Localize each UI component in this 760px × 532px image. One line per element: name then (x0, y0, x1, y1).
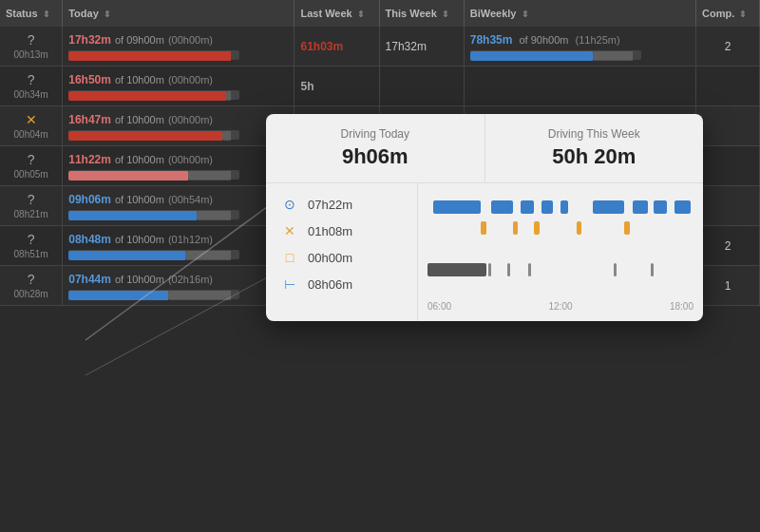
today-cell: 09h06mof 10h00m(00h54m) (63, 186, 294, 226)
timeline-rows (428, 193, 694, 297)
status-sub: 08h21m (6, 209, 56, 219)
lastweek-cell: 61h03m (294, 27, 379, 66)
biweekly-cell: 78h35m of 90h00m (11h25m) (464, 27, 695, 66)
comp-cell: 1 (695, 266, 759, 306)
table-header: Status ⇕ Today ⇕ Last Week ⇕ This Week ⇕… (0, 0, 760, 27)
today-bar-container (68, 170, 239, 180)
col-today[interactable]: Today ⇕ (63, 0, 294, 27)
today-main: 11h22m (68, 153, 111, 166)
today-extra: (00h00m) (168, 114, 213, 125)
status-icon: ? (28, 152, 35, 167)
status-sub: 00h05m (6, 169, 56, 180)
tl-seg (534, 221, 540, 235)
comp-cell (695, 106, 759, 146)
today-main: 16h47m (68, 113, 111, 126)
status-cell: ?08h51m (0, 226, 63, 266)
today-sub: of 10h00m (115, 114, 164, 125)
status-icon: ? (28, 272, 35, 287)
tl-label-1: 12:00 (548, 301, 572, 312)
legend-value-work: 01h08m (308, 224, 352, 238)
tl-seg (614, 263, 617, 276)
thisweek-cell: 17h32m (379, 27, 464, 66)
today-bar-container (68, 90, 239, 100)
today-bar-overflow (226, 91, 231, 101)
driving-week-value: 50h 20m (501, 144, 689, 169)
col-this-week[interactable]: This Week ⇕ (379, 0, 464, 27)
col-comp[interactable]: Comp. ⇕ (695, 0, 759, 27)
today-main: 09h06m (68, 193, 111, 206)
comp-cell: 2 (695, 226, 759, 266)
today-cell: 17h32mof 09h00m(00h00m) (63, 27, 294, 66)
thisweek-cell (379, 66, 464, 106)
tl-seg (521, 200, 534, 214)
today-bar-fill (68, 211, 197, 220)
today-bar-fill (68, 251, 184, 260)
today-main: 16h50m (68, 73, 111, 86)
legend-value-available: 00h00m (308, 251, 352, 265)
today-sub: of 09h00m (115, 34, 164, 46)
today-sub: of 10h00m (115, 74, 164, 86)
col-today-label: Today (68, 8, 99, 19)
today-extra: (00h00m) (168, 34, 213, 46)
today-bar-fill (68, 171, 188, 180)
today-bar-overflow (168, 291, 232, 300)
status-cell: ?00h13m (0, 27, 63, 66)
today-bar-overflow (185, 251, 232, 260)
status-sub: 08h51m (6, 249, 56, 259)
timeline-row-work (428, 221, 694, 235)
tl-seg (491, 200, 512, 214)
today-sub: of 10h00m (115, 154, 164, 165)
popup-body: ⊙ 07h22m ✕ 01h08m □ 00h00m ⊢ 08h06m (266, 183, 703, 321)
table-row[interactable]: ?00h13m17h32mof 09h00m(00h00m)61h03m17h3… (0, 27, 760, 66)
biweekly-bar-fill (470, 51, 594, 61)
status-icon: ✕ (26, 112, 37, 127)
comp-cell (695, 66, 759, 106)
today-cell: 16h47mof 10h00m(00h00m) (63, 106, 294, 146)
tl-label-0: 06:00 (428, 301, 451, 312)
tl-seg (593, 200, 625, 214)
comp-cell (695, 146, 759, 186)
comp-cell (695, 186, 759, 226)
tl-seg (428, 263, 486, 276)
today-bar-fill (68, 291, 167, 300)
biweekly-sub: of 90h00m (516, 34, 568, 46)
today-main: 07h44m (68, 273, 111, 286)
col-lastweek-label: Last Week (300, 8, 352, 19)
col-thisweek-label: This Week (386, 8, 437, 19)
col-biweekly[interactable]: BiWeekly ⇕ (464, 0, 695, 27)
sort-arrow-status: ⇕ (43, 10, 50, 19)
popup-overlay: Driving Today 9h06m Driving This Week 50… (266, 114, 703, 321)
timeline-labels: 06:00 12:00 18:00 (428, 301, 694, 312)
today-extra: (00h00m) (168, 154, 213, 165)
today-bar-overflow (188, 171, 231, 180)
driving-today-label: Driving Today (281, 127, 469, 141)
col-status[interactable]: Status ⇕ (0, 0, 63, 27)
popup-timeline: 06:00 12:00 18:00 (418, 183, 703, 321)
today-bar-container (68, 130, 239, 140)
tl-seg (528, 263, 531, 276)
today-main: 08h48m (68, 233, 111, 246)
today-extra: (01h12m) (168, 234, 213, 245)
today-extra: (00h00m) (168, 74, 213, 86)
tl-seg (542, 200, 552, 214)
status-sub: 00h28m (6, 289, 56, 299)
legend-row-2: □ 00h00m (281, 250, 402, 265)
driving-today-value: 9h06m (281, 144, 469, 169)
legend-icon-work: ✕ (281, 223, 298, 238)
tl-label-2: 18:00 (670, 301, 694, 312)
col-last-week[interactable]: Last Week ⇕ (294, 0, 379, 27)
timeline-row-available (428, 242, 694, 256)
status-cell: ?00h05m (0, 146, 63, 186)
tl-seg (513, 221, 519, 235)
status-sub: 00h13m (6, 49, 56, 60)
today-cell: 11h22mof 10h00m(00h00m) (63, 146, 294, 186)
today-bar-overflow (222, 131, 231, 141)
sort-arrow-lastweek: ⇕ (357, 10, 365, 19)
biweekly-bar (470, 50, 641, 60)
status-cell: ?08h21m (0, 186, 63, 226)
today-sub: of 10h00m (115, 194, 164, 205)
legend-row-1: ✕ 01h08m (281, 223, 402, 238)
today-extra: (02h16m) (168, 274, 213, 285)
table-row[interactable]: ?00h34m16h50mof 10h00m(00h00m)5h (0, 66, 760, 106)
driving-week-label: Driving This Week (501, 127, 689, 141)
